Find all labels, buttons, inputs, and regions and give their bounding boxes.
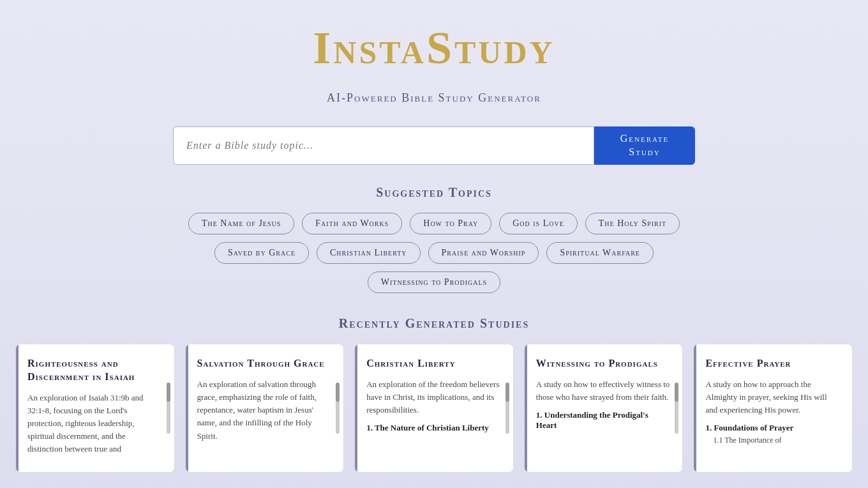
topic-pill-the-holy-spirit[interactable]: The Holy Spirit (585, 213, 680, 234)
topics-row-2: Saved by Grace Christian Liberty Praise … (0, 242, 868, 264)
card-title-2: Salvation Through Grace (197, 357, 333, 370)
topic-pill-how-to-pray[interactable]: How to Pray (410, 213, 491, 234)
card-desc-5: A study on how to approach the Almighty … (705, 378, 841, 416)
card-desc-3: An exploration of the freedom believers … (366, 378, 502, 416)
scrollbar-thumb-1 (167, 383, 170, 402)
topic-pill-name-of-jesus[interactable]: The Name of Jesus (188, 213, 294, 234)
card-accent-5 (694, 344, 696, 472)
scrollbar-thumb-3 (505, 383, 509, 402)
scrollbar-thumb-4 (675, 383, 678, 402)
card-5-item-1: 1. Foundations of Prayer (705, 423, 841, 433)
page-wrapper: InstaStudy AI-Powered Bible Study Genera… (0, 0, 868, 488)
topic-pill-christian-liberty[interactable]: Christian Liberty (317, 242, 421, 264)
topic-pill-god-is-love[interactable]: God is Love (499, 213, 578, 234)
card-accent-1 (16, 344, 19, 472)
scrollbar-4[interactable] (675, 383, 678, 434)
topics-row-3: Witnessing to Prodigals (0, 271, 868, 293)
study-card-3: Christian Liberty An exploration of the … (354, 344, 514, 473)
generate-button[interactable]: GenerateStudy (594, 126, 695, 165)
card-title-3: Christian Liberty (366, 357, 502, 370)
cards-row: Righteousness and Discernment in Isaiah … (0, 344, 868, 473)
topics-row-1: The Name of Jesus Faith and Works How to… (0, 213, 868, 234)
subtitle: AI-Powered Bible Study Generator (0, 91, 868, 105)
header: InstaStudy AI-Powered Bible Study Genera… (0, 0, 868, 111)
card-3-item-1: 1. The Nature of Christian Liberty (366, 423, 502, 433)
card-accent-3 (355, 344, 357, 472)
scrollbar-2[interactable] (336, 383, 340, 434)
topic-pill-praise-and-worship[interactable]: Praise and Worship (428, 242, 539, 264)
app-title: InstaStudy (0, 23, 868, 73)
card-desc-2: An exploration of salvation through grac… (197, 378, 333, 443)
recently-generated-section: Recently Generated Studies Righteousness… (0, 316, 868, 473)
suggested-topics-section: Suggested Topics The Name of Jesus Faith… (0, 185, 868, 293)
suggested-topics-title: Suggested Topics (0, 185, 868, 200)
scrollbar-thumb-2 (336, 383, 340, 402)
study-card-2: Salvation Through Grace An exploration o… (185, 344, 345, 473)
card-title-4: Witnessing to Prodigals (536, 357, 671, 370)
card-4-item-1: 1. Understanding the Prodigal's Heart (536, 410, 671, 431)
search-area: GenerateStudy (0, 126, 868, 165)
topic-pill-spiritual-warfare[interactable]: Spiritual Warfare (546, 242, 654, 264)
recently-generated-title: Recently Generated Studies (0, 316, 868, 331)
study-card-4: Witnessing to Prodigals A study on how t… (524, 344, 684, 473)
topic-pill-witnessing-to-prodigals[interactable]: Witnessing to Prodigals (368, 271, 500, 293)
topic-pill-faith-and-works[interactable]: Faith and Works (302, 213, 402, 234)
scrollbar-3[interactable] (505, 383, 509, 434)
card-accent-4 (525, 344, 527, 472)
card-desc-1: An exploration of Isaiah 31:9b and 32:1-… (27, 392, 163, 456)
card-title-5: Effective Prayer (705, 357, 841, 370)
scrollbar-1[interactable] (167, 383, 170, 434)
card-accent-2 (186, 344, 188, 472)
search-input[interactable] (173, 126, 594, 165)
card-desc-4: A study on how to effectively witness to… (536, 378, 671, 404)
study-card-5: Effective Prayer A study on how to appro… (693, 344, 853, 473)
study-card-1: Righteousness and Discernment in Isaiah … (15, 344, 175, 473)
card-title-1: Righteousness and Discernment in Isaiah (27, 357, 163, 384)
card-5-subitem-1: 1.1 The Importance of (713, 436, 841, 445)
topic-pill-saved-by-grace[interactable]: Saved by Grace (214, 242, 309, 264)
